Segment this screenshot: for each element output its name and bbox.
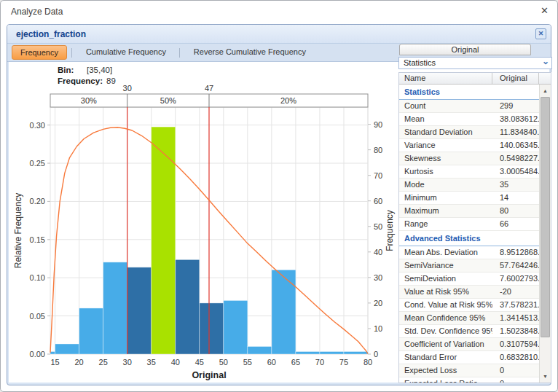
column-header-name[interactable]: Name <box>399 73 492 84</box>
dropdown-value: Statistics <box>404 58 436 68</box>
stat-value: 8.9512868... <box>492 246 541 259</box>
table-row[interactable]: Mean38.083612... <box>399 113 541 126</box>
scroll-down-icon[interactable]: ▼ <box>540 371 551 382</box>
histogram-bar[interactable] <box>176 259 200 354</box>
column-header-spacer <box>539 73 551 84</box>
histogram-bar[interactable] <box>50 351 55 354</box>
table-row[interactable]: Cond. Value at Risk 95%37.578231... <box>399 299 541 312</box>
table-row[interactable]: Range66 <box>399 218 541 231</box>
stat-value: 0.5498227... <box>492 152 541 165</box>
table-row[interactable]: SemiDeviation7.6002793... <box>399 273 541 286</box>
table-scrollbar[interactable]: ▲ ▼ <box>539 85 551 383</box>
histogram-bar[interactable] <box>296 351 320 354</box>
percent-band-label: 20% <box>280 96 296 105</box>
axis-text: 0.25 <box>30 159 45 168</box>
y-axis-title-left: Relative Frequency <box>13 193 23 268</box>
histogram-chart: 30%50%20%30470.000.050.100.150.200.250.3… <box>9 83 402 385</box>
stat-name: Value at Risk 95% <box>399 286 492 298</box>
table-row[interactable]: Count299 <box>399 100 541 113</box>
tab-separator <box>179 48 180 58</box>
axis-text: 30 <box>123 358 132 366</box>
ejection-fraction-panel: ejection_fraction ✕ Frequency Cumulative… <box>7 24 551 385</box>
histogram-bar[interactable] <box>344 351 368 354</box>
panel-title: ejection_fraction <box>16 29 86 39</box>
axis-text: 75 <box>339 358 348 366</box>
marker-label: 47 <box>205 84 213 93</box>
table-row[interactable]: Minimum14 <box>399 192 541 205</box>
axis-text: 80 <box>374 146 382 154</box>
axis-text: 70 <box>374 171 382 180</box>
original-column-group-header[interactable]: Original <box>399 44 531 55</box>
stat-name: Variance <box>399 139 492 152</box>
stat-value: 0.6832810... <box>492 351 541 364</box>
stat-value: 140.06345... <box>492 139 541 152</box>
statistics-table: Name Original StatisticsCount299Mean38.0… <box>398 72 551 383</box>
column-header-original[interactable]: Original <box>492 73 539 84</box>
chevron-down-icon[interactable]: ⌄ <box>542 56 549 67</box>
axis-text: 80 <box>364 358 372 366</box>
axis-text: 25 <box>99 358 108 366</box>
y-axis-title-right: Frequency <box>385 210 395 251</box>
histogram-bar[interactable] <box>79 308 103 354</box>
stat-value: 66 <box>492 218 541 230</box>
table-row[interactable]: Expected Loss Ratio0 <box>399 377 541 383</box>
table-row[interactable]: Mode35 <box>399 179 541 192</box>
axis-text: 15 <box>50 358 59 366</box>
table-row[interactable]: Value at Risk 95%-20 <box>399 286 541 299</box>
histogram-bar[interactable] <box>127 267 152 354</box>
axis-text: 65 <box>291 358 300 366</box>
table-row[interactable]: Variance140.06345... <box>399 139 541 152</box>
stat-name: Expected Loss Ratio <box>399 377 492 383</box>
tab-frequency[interactable]: Frequency <box>12 45 67 60</box>
bin-label: Bin: <box>58 65 87 76</box>
table-row[interactable]: Mean Confidence 95%1.3414513... <box>399 312 541 325</box>
table-row[interactable]: Std. Dev. Confidence 95%1.5023848... <box>399 325 541 338</box>
histogram-bar[interactable] <box>224 300 248 354</box>
stat-value: 7.6002793... <box>492 273 541 285</box>
table-section-header: Advanced Statistics <box>399 231 541 246</box>
axis-text: 40 <box>374 248 382 256</box>
axis-text: 0.10 <box>30 273 45 282</box>
analyze-data-dialog: Analyze Data ✕ ejection_fraction ✕ Frequ… <box>0 0 558 392</box>
axis-text: 20 <box>75 358 84 366</box>
table-section-header: Statistics <box>399 85 541 100</box>
table-row[interactable]: Kurtosis3.0005484... <box>399 165 541 179</box>
axis-text: 50 <box>374 222 382 231</box>
histogram-bar[interactable] <box>103 262 127 354</box>
scroll-up-icon[interactable]: ▲ <box>540 85 551 96</box>
panel-header: ejection_fraction ✕ <box>7 25 551 44</box>
stat-value: 57.764246... <box>492 259 541 272</box>
table-row[interactable]: Expected Loss0 <box>399 364 541 377</box>
stat-value: 38.083612... <box>492 113 541 125</box>
axis-text: 60 <box>374 197 382 205</box>
tab-cumulative-frequency[interactable]: Cumulative Frequency <box>77 44 175 59</box>
stat-name: Expected Loss <box>399 364 492 377</box>
stat-name: Standard Error <box>399 351 492 364</box>
stat-name: Skewness <box>399 152 492 165</box>
histogram-bar[interactable] <box>248 346 272 354</box>
histogram-bar[interactable] <box>55 344 79 354</box>
stat-name: Cond. Value at Risk 95% <box>399 299 492 311</box>
table-row[interactable]: Standard Error0.6832810... <box>399 351 541 364</box>
stat-value: 11.834840... <box>492 126 541 138</box>
dialog-close-icon[interactable]: ✕ <box>541 5 549 17</box>
scrollbar-thumb[interactable] <box>541 97 550 337</box>
table-row[interactable]: SemiVariance57.764246... <box>399 259 541 273</box>
histogram-bar[interactable] <box>320 351 344 354</box>
table-row[interactable]: Skewness0.5498227... <box>399 152 541 165</box>
table-row[interactable]: Mean Abs. Deviation8.9512868... <box>399 246 541 259</box>
histogram-bar[interactable] <box>272 270 296 354</box>
percent-band-label: 50% <box>160 96 176 105</box>
table-row[interactable]: Standard Deviation11.834840... <box>399 126 541 139</box>
table-row[interactable]: Coefficient of Variation0.3107594... <box>399 338 541 351</box>
panel-close-icon[interactable]: ✕ <box>535 28 546 39</box>
percent-band-label: 30% <box>81 96 97 105</box>
table-row[interactable]: Maximum80 <box>399 205 541 218</box>
statistics-dropdown[interactable]: Statistics ⌄ <box>398 57 552 69</box>
stat-name: Standard Deviation <box>399 126 492 138</box>
axis-text: 0.30 <box>30 121 45 130</box>
stat-name: Kurtosis <box>399 165 492 178</box>
tab-reverse-cumulative-frequency[interactable]: Reverse Cumulative Frequency <box>185 44 315 59</box>
stat-name: SemiVariance <box>399 259 492 272</box>
histogram-bar[interactable] <box>200 303 224 354</box>
